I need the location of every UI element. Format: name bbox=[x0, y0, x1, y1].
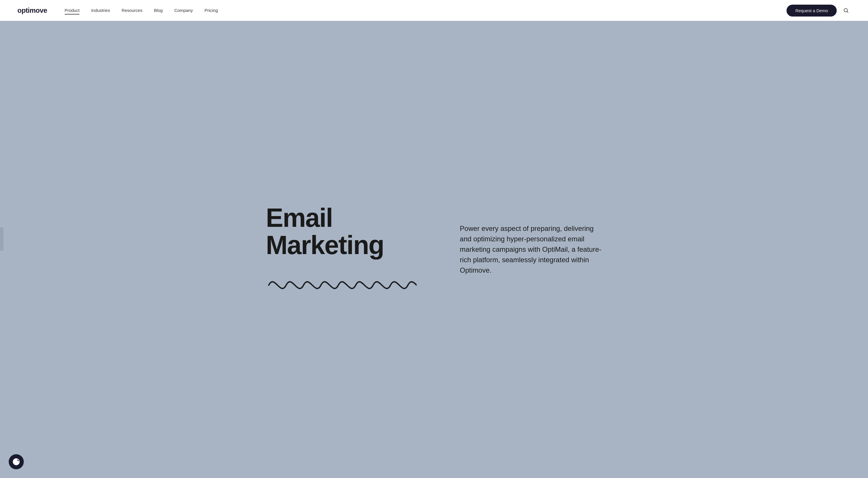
wavy-decoration bbox=[266, 271, 437, 295]
nav-item-industries[interactable]: Industries bbox=[91, 8, 110, 13]
svg-point-0 bbox=[844, 8, 847, 12]
nav-item-pricing[interactable]: Pricing bbox=[205, 8, 218, 13]
scroll-hint bbox=[0, 228, 3, 250]
cookie-icon bbox=[12, 458, 20, 466]
cookie-consent-button[interactable] bbox=[9, 454, 24, 469]
hero-section: Email Marketing Power every aspect of pr… bbox=[0, 0, 868, 478]
hero-left: Email Marketing bbox=[266, 204, 437, 295]
nav-menu: Product Industries Resources Blog Compan… bbox=[65, 8, 787, 13]
navbar: optimove Product Industries Resources Bl… bbox=[0, 0, 868, 21]
hero-description: Power every aspect of preparing, deliver… bbox=[460, 223, 602, 275]
search-button[interactable] bbox=[841, 6, 850, 15]
svg-point-5 bbox=[15, 462, 16, 463]
svg-line-1 bbox=[847, 11, 848, 13]
svg-point-4 bbox=[17, 462, 18, 463]
nav-item-resources[interactable]: Resources bbox=[122, 8, 142, 13]
request-demo-button[interactable]: Request a Demo bbox=[786, 5, 837, 17]
nav-item-company[interactable]: Company bbox=[174, 8, 193, 13]
hero-right: Power every aspect of preparing, deliver… bbox=[460, 223, 602, 275]
svg-point-2 bbox=[14, 460, 16, 461]
search-icon bbox=[843, 7, 849, 13]
nav-item-blog[interactable]: Blog bbox=[154, 8, 163, 13]
navbar-right: Request a Demo bbox=[786, 5, 850, 17]
hero-content: Email Marketing Power every aspect of pr… bbox=[231, 181, 637, 318]
logo[interactable]: optimove bbox=[18, 6, 47, 14]
svg-point-3 bbox=[17, 460, 18, 460]
nav-item-product[interactable]: Product bbox=[65, 8, 80, 13]
hero-title: Email Marketing bbox=[266, 204, 437, 259]
wavy-svg bbox=[266, 271, 416, 294]
